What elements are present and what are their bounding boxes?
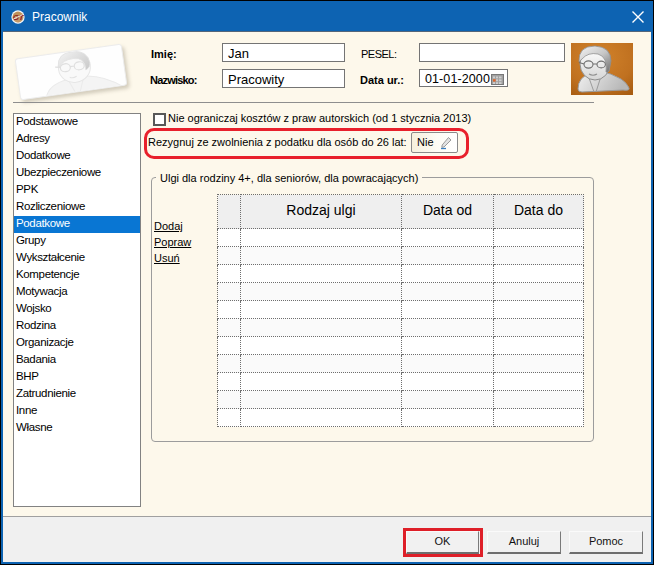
- svg-text:GT: GT: [13, 13, 25, 22]
